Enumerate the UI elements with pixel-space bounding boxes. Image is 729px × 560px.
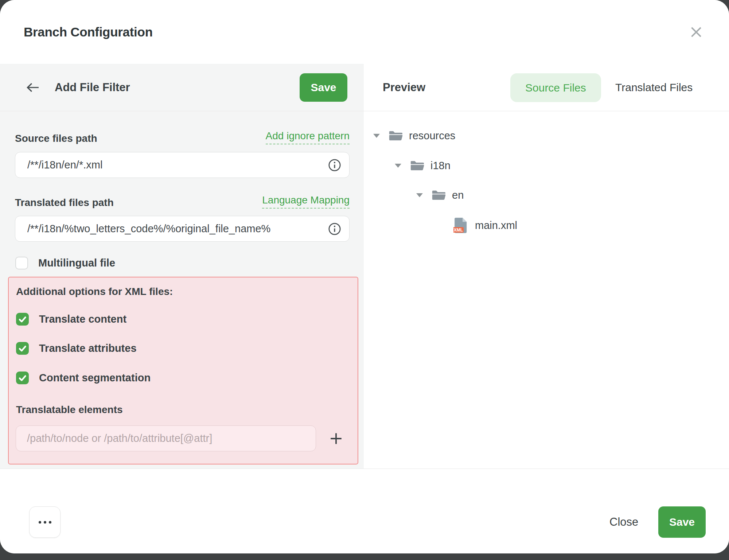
- ellipsis-icon: [39, 521, 51, 524]
- preview-toolbar: Preview Source Files Translated Files: [364, 64, 729, 111]
- tree-item-name: resources: [409, 130, 455, 142]
- translate-attributes-row[interactable]: Translate attributes: [16, 342, 137, 355]
- translate-attributes-label: Translate attributes: [39, 342, 137, 354]
- arrow-left-icon: [26, 82, 40, 93]
- branch-configuration-dialog: Branch Configuration Add File Filter Sav…: [0, 0, 729, 553]
- chevron-down-icon[interactable]: [395, 164, 401, 168]
- filter-toolbar: Add File Filter Save: [0, 64, 364, 111]
- x-icon: [690, 26, 702, 38]
- chevron-down-icon[interactable]: [373, 134, 380, 138]
- dialog-close-button[interactable]: Close: [605, 506, 643, 538]
- close-dialog-button[interactable]: [685, 21, 707, 43]
- source-path-info-button[interactable]: [326, 157, 343, 174]
- translate-content-label: Translate content: [39, 313, 126, 325]
- add-translatable-element-button[interactable]: [328, 431, 344, 447]
- folder-icon: [432, 189, 446, 201]
- chevron-down-icon[interactable]: [416, 193, 423, 197]
- source-path-input[interactable]: [15, 152, 350, 178]
- content-segmentation-checkbox[interactable]: [16, 372, 29, 384]
- checkmark-icon: [18, 344, 27, 353]
- tree-item-name: i18n: [430, 160, 451, 172]
- toolbar: Add File Filter Save Preview Source File…: [0, 64, 729, 111]
- filter-save-button[interactable]: Save: [300, 73, 347, 102]
- filter-form-panel: Source files path Add ignore pattern Tra…: [0, 111, 364, 468]
- translated-path-info-button[interactable]: [326, 221, 343, 237]
- tree-item[interactable]: XML main.xml: [364, 216, 517, 234]
- dialog-footer: Close Save: [0, 468, 729, 553]
- folder-icon: [410, 160, 425, 172]
- dialog-save-button[interactable]: Save: [658, 506, 706, 538]
- multilingual-checkbox-row[interactable]: Multilingual file: [15, 257, 115, 269]
- add-ignore-pattern-link[interactable]: Add ignore pattern: [266, 130, 350, 144]
- xml-file-icon: XML: [453, 217, 468, 234]
- info-icon: [328, 159, 341, 172]
- xml-options-box: Additional options for XML files: Transl…: [8, 277, 358, 464]
- tab-translated-files[interactable]: Translated Files: [615, 64, 693, 111]
- preview-tree-panel: resources i18n en XML: [364, 111, 729, 468]
- tree-item[interactable]: resources: [364, 128, 455, 143]
- preview-heading: Preview: [383, 64, 425, 111]
- translatable-elements-label: Translatable elements: [16, 404, 123, 416]
- tree-item[interactable]: en: [364, 187, 464, 203]
- content-segmentation-label: Content segmentation: [39, 372, 151, 384]
- more-options-button[interactable]: [29, 506, 61, 538]
- tab-source-files[interactable]: Source Files: [510, 73, 601, 102]
- source-path-label: Source files path: [15, 133, 97, 144]
- multilingual-label: Multilingual file: [38, 257, 115, 269]
- filter-panel-heading: Add File Filter: [55, 64, 130, 111]
- translated-path-label: Translated files path: [15, 197, 114, 209]
- checkmark-icon: [18, 373, 27, 383]
- translate-content-checkbox[interactable]: [16, 313, 29, 326]
- translate-content-row[interactable]: Translate content: [16, 313, 126, 326]
- translate-attributes-checkbox[interactable]: [16, 342, 29, 355]
- tree-item-name: main.xml: [475, 219, 517, 232]
- dialog-header: Branch Configuration: [0, 0, 729, 64]
- multilingual-checkbox[interactable]: [15, 257, 28, 269]
- xml-options-heading: Additional options for XML files:: [16, 286, 173, 298]
- svg-text:XML: XML: [454, 227, 463, 232]
- tree-item-name: en: [452, 189, 464, 201]
- back-button[interactable]: [23, 64, 43, 111]
- plus-icon: [330, 432, 343, 445]
- checkmark-icon: [18, 315, 27, 324]
- translatable-elements-input[interactable]: [16, 425, 316, 451]
- dialog-title: Branch Configuration: [24, 0, 153, 64]
- folder-icon: [389, 130, 403, 142]
- info-icon: [328, 222, 341, 236]
- content-segmentation-row[interactable]: Content segmentation: [16, 372, 151, 384]
- language-mapping-link[interactable]: Language Mapping: [262, 194, 350, 209]
- tree-item[interactable]: i18n: [364, 158, 451, 173]
- translated-path-input[interactable]: [15, 216, 350, 242]
